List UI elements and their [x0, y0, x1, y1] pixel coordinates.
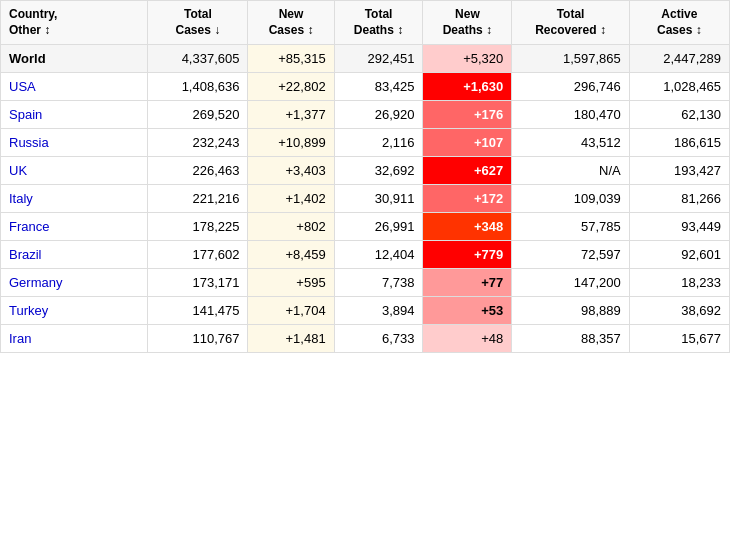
- header-total-deaths-sort: ↕: [397, 23, 403, 37]
- table-row: Italy 221,216 +1,402 30,911 +172 109,039…: [1, 185, 730, 213]
- total-deaths-cell: 3,894: [334, 297, 423, 325]
- country-cell[interactable]: Brazil: [1, 241, 148, 269]
- country-cell[interactable]: UK: [1, 157, 148, 185]
- header-total-deaths[interactable]: TotalDeaths ↕: [334, 1, 423, 45]
- total-cases-cell: 177,602: [148, 241, 248, 269]
- table-row: USA 1,408,636 +22,802 83,425 +1,630 296,…: [1, 73, 730, 101]
- total-deaths-cell: 2,116: [334, 129, 423, 157]
- total-deaths-cell: 26,920: [334, 101, 423, 129]
- total-cases-cell: 221,216: [148, 185, 248, 213]
- country-cell[interactable]: Turkey: [1, 297, 148, 325]
- header-active-cases-sort: ↕: [696, 23, 702, 37]
- total-recovered-cell: 57,785: [512, 213, 629, 241]
- header-total-cases[interactable]: TotalCases ↓: [148, 1, 248, 45]
- new-deaths-cell: +53: [423, 297, 512, 325]
- header-active-cases[interactable]: ActiveCases ↕: [629, 1, 729, 45]
- total-deaths-cell: 7,738: [334, 269, 423, 297]
- new-cases-cell: +595: [248, 269, 334, 297]
- total-deaths-cell: 12,404: [334, 241, 423, 269]
- world-row: World 4,337,605 +85,315 292,451 +5,320 1…: [1, 45, 730, 73]
- total-recovered-cell: 43,512: [512, 129, 629, 157]
- active-cases-cell: 18,233: [629, 269, 729, 297]
- table-row: Turkey 141,475 +1,704 3,894 +53 98,889 3…: [1, 297, 730, 325]
- header-new-cases-sort: ↕: [307, 23, 313, 37]
- new-cases-cell: +1,704: [248, 297, 334, 325]
- table-row: Germany 173,171 +595 7,738 +77 147,200 1…: [1, 269, 730, 297]
- total-recovered-cell: 72,597: [512, 241, 629, 269]
- header-active-cases-label: ActiveCases: [657, 7, 697, 37]
- country-cell[interactable]: France: [1, 213, 148, 241]
- header-row: Country,Other ↕ TotalCases ↓ NewCases ↕ …: [1, 1, 730, 45]
- header-new-deaths[interactable]: NewDeaths ↕: [423, 1, 512, 45]
- world-active-cases: 2,447,289: [629, 45, 729, 73]
- header-total-cases-sort: ↓: [214, 23, 220, 37]
- table-row: Brazil 177,602 +8,459 12,404 +779 72,597…: [1, 241, 730, 269]
- new-cases-cell: +3,403: [248, 157, 334, 185]
- active-cases-cell: 81,266: [629, 185, 729, 213]
- new-cases-cell: +1,377: [248, 101, 334, 129]
- table-row: UK 226,463 +3,403 32,692 +627 N/A 193,42…: [1, 157, 730, 185]
- total-cases-cell: 232,243: [148, 129, 248, 157]
- world-total-recovered: 1,597,865: [512, 45, 629, 73]
- total-deaths-cell: 32,692: [334, 157, 423, 185]
- new-deaths-cell: +348: [423, 213, 512, 241]
- total-deaths-cell: 83,425: [334, 73, 423, 101]
- total-cases-cell: 178,225: [148, 213, 248, 241]
- header-total-deaths-label: TotalDeaths: [354, 7, 394, 37]
- total-recovered-cell: 296,746: [512, 73, 629, 101]
- active-cases-cell: 38,692: [629, 297, 729, 325]
- total-recovered-cell: 98,889: [512, 297, 629, 325]
- total-cases-cell: 226,463: [148, 157, 248, 185]
- world-country: World: [1, 45, 148, 73]
- active-cases-cell: 92,601: [629, 241, 729, 269]
- world-new-deaths: +5,320: [423, 45, 512, 73]
- new-cases-cell: +1,402: [248, 185, 334, 213]
- header-total-recovered-label: TotalRecovered: [535, 7, 596, 37]
- table-row: Russia 232,243 +10,899 2,116 +107 43,512…: [1, 129, 730, 157]
- country-cell[interactable]: Iran: [1, 325, 148, 353]
- new-cases-cell: +22,802: [248, 73, 334, 101]
- total-recovered-cell: N/A: [512, 157, 629, 185]
- total-recovered-cell: 180,470: [512, 101, 629, 129]
- new-cases-cell: +1,481: [248, 325, 334, 353]
- country-cell[interactable]: Italy: [1, 185, 148, 213]
- new-deaths-cell: +176: [423, 101, 512, 129]
- header-new-cases[interactable]: NewCases ↕: [248, 1, 334, 45]
- total-deaths-cell: 26,991: [334, 213, 423, 241]
- new-deaths-cell: +1,630: [423, 73, 512, 101]
- header-country[interactable]: Country,Other ↕: [1, 1, 148, 45]
- new-deaths-cell: +48: [423, 325, 512, 353]
- active-cases-cell: 193,427: [629, 157, 729, 185]
- total-recovered-cell: 109,039: [512, 185, 629, 213]
- new-cases-cell: +8,459: [248, 241, 334, 269]
- total-recovered-cell: 147,200: [512, 269, 629, 297]
- table-row: France 178,225 +802 26,991 +348 57,785 9…: [1, 213, 730, 241]
- header-total-recovered-sort: ↕: [600, 23, 606, 37]
- active-cases-cell: 93,449: [629, 213, 729, 241]
- country-cell[interactable]: Germany: [1, 269, 148, 297]
- active-cases-cell: 1,028,465: [629, 73, 729, 101]
- new-deaths-cell: +107: [423, 129, 512, 157]
- table-row: Spain 269,520 +1,377 26,920 +176 180,470…: [1, 101, 730, 129]
- header-new-cases-label: NewCases: [269, 7, 304, 37]
- total-cases-cell: 110,767: [148, 325, 248, 353]
- header-new-deaths-label: NewDeaths: [443, 7, 483, 37]
- covid-stats-table: Country,Other ↕ TotalCases ↓ NewCases ↕ …: [0, 0, 730, 353]
- total-cases-cell: 269,520: [148, 101, 248, 129]
- new-deaths-cell: +77: [423, 269, 512, 297]
- country-cell[interactable]: Russia: [1, 129, 148, 157]
- world-total-cases: 4,337,605: [148, 45, 248, 73]
- new-deaths-cell: +172: [423, 185, 512, 213]
- new-cases-cell: +802: [248, 213, 334, 241]
- new-cases-cell: +10,899: [248, 129, 334, 157]
- world-total-deaths: 292,451: [334, 45, 423, 73]
- total-cases-cell: 1,408,636: [148, 73, 248, 101]
- new-deaths-cell: +627: [423, 157, 512, 185]
- header-new-deaths-sort: ↕: [486, 23, 492, 37]
- country-cell[interactable]: Spain: [1, 101, 148, 129]
- new-deaths-cell: +779: [423, 241, 512, 269]
- header-total-cases-label: TotalCases: [176, 7, 212, 37]
- total-deaths-cell: 30,911: [334, 185, 423, 213]
- country-cell[interactable]: USA: [1, 73, 148, 101]
- header-total-recovered[interactable]: TotalRecovered ↕: [512, 1, 629, 45]
